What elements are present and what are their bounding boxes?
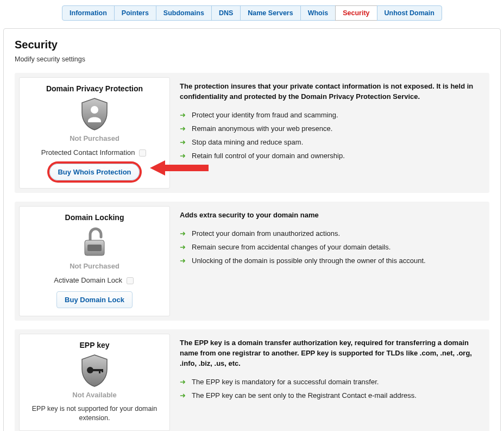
locking-option: Activate Domain Lock xyxy=(24,276,165,286)
content-panel: Security Modify security settings Domain… xyxy=(3,28,501,431)
epp-card: EPP key Not Av xyxy=(19,334,170,431)
privacy-status: Not Purchased xyxy=(24,134,165,142)
buy-domain-lock-button[interactable]: Buy Domain Lock xyxy=(56,291,133,308)
tab-unhost-domain[interactable]: Unhost Domain xyxy=(377,5,442,21)
privacy-card: Domain Privacy Protection Not Purchased xyxy=(19,77,170,189)
tab-information[interactable]: Information xyxy=(62,5,115,21)
buy-whois-protection-button[interactable]: Buy Whois Protection xyxy=(49,164,139,180)
tab-security[interactable]: Security xyxy=(335,5,377,21)
locking-card: Domain Locking Not Purchased xyxy=(19,206,170,316)
locking-section: Domain Locking Not Purchased xyxy=(15,202,489,321)
locking-bullet: Unlocking of the domain is possible only… xyxy=(180,257,482,265)
tab-subdomains[interactable]: Subdomains xyxy=(156,5,212,21)
privacy-title: Domain Privacy Protection xyxy=(24,84,165,93)
epp-description: The EPP key is a domain transfer authori… xyxy=(180,334,485,431)
epp-section: EPP key Not Av xyxy=(15,329,489,431)
svg-rect-3 xyxy=(87,245,102,251)
locking-title: Domain Locking xyxy=(24,213,165,222)
epp-desc-text: The EPP key is a domain transfer authori… xyxy=(180,338,482,369)
privacy-bullet: Protect your identity from fraud and sca… xyxy=(180,111,482,119)
shield-person-icon xyxy=(24,97,165,131)
svg-rect-7 xyxy=(102,369,103,372)
epp-title: EPP key xyxy=(24,341,165,349)
locking-bullet: Protect your domain from unauthorized ac… xyxy=(180,229,482,238)
epp-bullet: The EPP key is mandatory for a successfu… xyxy=(180,378,482,386)
privacy-option-label: Protected Contact Information xyxy=(41,148,135,157)
locking-bullet: Remain secure from accidental changes of… xyxy=(180,243,482,251)
locking-option-label: Activate Domain Lock xyxy=(54,276,122,284)
epp-bullet: The EPP key can be sent only to the Regi… xyxy=(180,391,482,399)
svg-rect-5 xyxy=(92,369,102,371)
lock-open-icon xyxy=(24,226,165,259)
svg-rect-6 xyxy=(99,369,100,373)
tab-name-servers[interactable]: Name Servers xyxy=(240,5,300,21)
svg-point-0 xyxy=(91,106,98,114)
tab-bar: Information Pointers Subdomains DNS Name… xyxy=(3,0,501,21)
locking-status: Not Purchased xyxy=(24,262,165,270)
tab-whois[interactable]: Whois xyxy=(300,5,336,21)
privacy-option-checkbox[interactable] xyxy=(139,149,146,157)
privacy-description: The protection insures that your private… xyxy=(180,77,485,189)
privacy-bullet: Remain anonymous with your web presence. xyxy=(180,124,482,133)
privacy-option: Protected Contact Information xyxy=(24,148,165,158)
tab-pointers[interactable]: Pointers xyxy=(114,5,156,21)
shield-key-icon xyxy=(24,354,165,388)
privacy-section: Domain Privacy Protection Not Purchased xyxy=(15,73,489,193)
privacy-desc-text: The protection insures that your private… xyxy=(180,82,482,102)
locking-description: Adds extra security to your domain name … xyxy=(180,206,485,316)
locking-option-checkbox[interactable] xyxy=(127,277,134,284)
page-title: Security xyxy=(15,39,489,51)
tab-dns[interactable]: DNS xyxy=(211,5,241,21)
locking-desc-text: Adds extra security to your domain name xyxy=(180,210,482,221)
privacy-bullet: Stop data mining and reduce spam. xyxy=(180,138,482,146)
epp-status: Not Available xyxy=(24,391,165,399)
page-subtitle: Modify security settings xyxy=(15,55,489,63)
epp-note: EPP key is not supported for your domain… xyxy=(24,404,165,423)
privacy-bullet: Retain full control of your domain and o… xyxy=(180,152,482,160)
